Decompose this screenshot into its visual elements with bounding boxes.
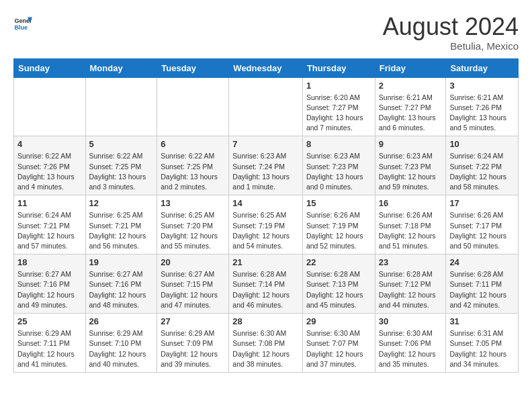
location-subtitle: Betulia, Mexico — [383, 40, 519, 52]
day-info: Sunrise: 6:21 AM Sunset: 7:26 PM Dayligh… — [449, 93, 515, 134]
day-info: Sunrise: 6:28 AM Sunset: 7:13 PM Dayligh… — [306, 269, 371, 310]
month-year-title: August 2024 — [383, 13, 519, 40]
calendar-cell: 20Sunrise: 6:27 AM Sunset: 7:15 PM Dayli… — [157, 255, 229, 314]
calendar-week-row: 25Sunrise: 6:29 AM Sunset: 7:11 PM Dayli… — [14, 314, 519, 373]
day-info: Sunrise: 6:23 AM Sunset: 7:23 PM Dayligh… — [379, 151, 443, 192]
calendar-cell: 6Sunrise: 6:22 AM Sunset: 7:25 PM Daylig… — [157, 136, 229, 195]
day-number: 5 — [89, 139, 154, 149]
day-number: 15 — [306, 198, 371, 208]
day-number: 20 — [161, 257, 225, 267]
day-info: Sunrise: 6:30 AM Sunset: 7:07 PM Dayligh… — [306, 328, 371, 369]
day-of-week-header: Friday — [375, 58, 446, 77]
day-of-week-header: Wednesday — [229, 58, 303, 77]
day-info: Sunrise: 6:27 AM Sunset: 7:15 PM Dayligh… — [161, 269, 225, 310]
logo-icon: General Blue — [13, 13, 32, 32]
calendar-body: 1Sunrise: 6:20 AM Sunset: 7:27 PM Daylig… — [14, 77, 519, 372]
calendar-cell: 1Sunrise: 6:20 AM Sunset: 7:27 PM Daylig… — [302, 77, 375, 136]
day-number: 3 — [449, 81, 515, 91]
calendar-table: SundayMondayTuesdayWednesdayThursdayFrid… — [13, 58, 519, 373]
svg-text:Blue: Blue — [14, 24, 28, 31]
day-number: 17 — [449, 198, 515, 208]
calendar-cell: 25Sunrise: 6:29 AM Sunset: 7:11 PM Dayli… — [14, 314, 86, 373]
day-of-week-header: Tuesday — [157, 58, 229, 77]
calendar-cell: 15Sunrise: 6:26 AM Sunset: 7:19 PM Dayli… — [302, 195, 375, 255]
day-info: Sunrise: 6:24 AM Sunset: 7:21 PM Dayligh… — [17, 210, 82, 251]
day-info: Sunrise: 6:24 AM Sunset: 7:22 PM Dayligh… — [449, 151, 515, 192]
day-number: 4 — [17, 139, 82, 149]
day-number: 6 — [161, 139, 225, 149]
day-info: Sunrise: 6:22 AM Sunset: 7:25 PM Dayligh… — [161, 151, 225, 192]
day-number: 11 — [17, 198, 82, 208]
day-info: Sunrise: 6:28 AM Sunset: 7:12 PM Dayligh… — [379, 269, 443, 310]
calendar-cell: 27Sunrise: 6:29 AM Sunset: 7:09 PM Dayli… — [157, 314, 229, 373]
day-number: 2 — [379, 81, 443, 91]
calendar-cell: 14Sunrise: 6:25 AM Sunset: 7:19 PM Dayli… — [229, 195, 303, 255]
day-info: Sunrise: 6:26 AM Sunset: 7:18 PM Dayligh… — [379, 210, 443, 251]
calendar-cell: 29Sunrise: 6:30 AM Sunset: 7:07 PM Dayli… — [302, 314, 375, 373]
day-info: Sunrise: 6:27 AM Sunset: 7:16 PM Dayligh… — [89, 269, 154, 310]
calendar-cell: 7Sunrise: 6:23 AM Sunset: 7:24 PM Daylig… — [229, 136, 303, 195]
day-info: Sunrise: 6:25 AM Sunset: 7:21 PM Dayligh… — [89, 210, 154, 251]
day-info: Sunrise: 6:20 AM Sunset: 7:27 PM Dayligh… — [306, 93, 371, 134]
calendar-cell: 4Sunrise: 6:22 AM Sunset: 7:26 PM Daylig… — [14, 136, 86, 195]
calendar-cell: 9Sunrise: 6:23 AM Sunset: 7:23 PM Daylig… — [375, 136, 446, 195]
day-of-week-header: Monday — [85, 58, 157, 77]
day-info: Sunrise: 6:29 AM Sunset: 7:10 PM Dayligh… — [89, 328, 154, 369]
calendar-cell: 16Sunrise: 6:26 AM Sunset: 7:18 PM Dayli… — [375, 195, 446, 255]
day-info: Sunrise: 6:29 AM Sunset: 7:11 PM Dayligh… — [17, 328, 82, 369]
day-info: Sunrise: 6:23 AM Sunset: 7:24 PM Dayligh… — [232, 151, 299, 192]
calendar-cell: 2Sunrise: 6:21 AM Sunset: 7:27 PM Daylig… — [375, 77, 446, 136]
calendar-cell: 30Sunrise: 6:30 AM Sunset: 7:06 PM Dayli… — [375, 314, 446, 373]
calendar-cell: 24Sunrise: 6:28 AM Sunset: 7:11 PM Dayli… — [446, 255, 519, 314]
day-of-week-header: Thursday — [302, 58, 375, 77]
day-number: 9 — [379, 139, 443, 149]
page-header: General Blue August 2024 Betulia, Mexico — [13, 13, 519, 52]
day-number: 29 — [306, 316, 371, 326]
day-number: 21 — [232, 257, 299, 267]
day-number: 13 — [161, 198, 225, 208]
day-number: 8 — [306, 139, 371, 149]
day-info: Sunrise: 6:22 AM Sunset: 7:26 PM Dayligh… — [17, 151, 82, 192]
day-info: Sunrise: 6:28 AM Sunset: 7:11 PM Dayligh… — [449, 269, 515, 310]
calendar-cell — [229, 77, 303, 136]
day-info: Sunrise: 6:25 AM Sunset: 7:19 PM Dayligh… — [232, 210, 299, 251]
day-number: 26 — [89, 316, 154, 326]
day-number: 30 — [379, 316, 443, 326]
calendar-cell: 23Sunrise: 6:28 AM Sunset: 7:12 PM Dayli… — [375, 255, 446, 314]
day-number: 25 — [17, 316, 82, 326]
day-info: Sunrise: 6:29 AM Sunset: 7:09 PM Dayligh… — [161, 328, 225, 369]
calendar-cell: 11Sunrise: 6:24 AM Sunset: 7:21 PM Dayli… — [14, 195, 86, 255]
day-info: Sunrise: 6:26 AM Sunset: 7:17 PM Dayligh… — [449, 210, 515, 251]
calendar-week-row: 11Sunrise: 6:24 AM Sunset: 7:21 PM Dayli… — [14, 195, 519, 255]
day-number: 23 — [379, 257, 443, 267]
calendar-cell: 28Sunrise: 6:30 AM Sunset: 7:08 PM Dayli… — [229, 314, 303, 373]
day-info: Sunrise: 6:30 AM Sunset: 7:06 PM Dayligh… — [379, 328, 443, 369]
day-info: Sunrise: 6:30 AM Sunset: 7:08 PM Dayligh… — [232, 328, 299, 369]
calendar-cell: 3Sunrise: 6:21 AM Sunset: 7:26 PM Daylig… — [446, 77, 519, 136]
calendar-week-row: 1Sunrise: 6:20 AM Sunset: 7:27 PM Daylig… — [14, 77, 519, 136]
day-info: Sunrise: 6:28 AM Sunset: 7:14 PM Dayligh… — [232, 269, 299, 310]
calendar-cell: 26Sunrise: 6:29 AM Sunset: 7:10 PM Dayli… — [85, 314, 157, 373]
day-number: 12 — [89, 198, 154, 208]
calendar-cell — [85, 77, 157, 136]
day-number: 28 — [232, 316, 299, 326]
day-of-week-header: Sunday — [14, 58, 86, 77]
calendar-week-row: 18Sunrise: 6:27 AM Sunset: 7:16 PM Dayli… — [14, 255, 519, 314]
day-number: 27 — [161, 316, 225, 326]
day-number: 18 — [17, 257, 82, 267]
calendar-cell: 31Sunrise: 6:31 AM Sunset: 7:05 PM Dayli… — [446, 314, 519, 373]
calendar-cell: 12Sunrise: 6:25 AM Sunset: 7:21 PM Dayli… — [85, 195, 157, 255]
day-number: 19 — [89, 257, 154, 267]
day-number: 7 — [232, 139, 299, 149]
day-number: 1 — [306, 81, 371, 91]
day-number: 10 — [449, 139, 515, 149]
calendar-cell: 17Sunrise: 6:26 AM Sunset: 7:17 PM Dayli… — [446, 195, 519, 255]
day-info: Sunrise: 6:21 AM Sunset: 7:27 PM Dayligh… — [379, 93, 443, 134]
day-info: Sunrise: 6:31 AM Sunset: 7:05 PM Dayligh… — [449, 328, 515, 369]
day-of-week-header: Saturday — [446, 58, 519, 77]
calendar-cell: 8Sunrise: 6:23 AM Sunset: 7:23 PM Daylig… — [302, 136, 375, 195]
calendar-cell: 21Sunrise: 6:28 AM Sunset: 7:14 PM Dayli… — [229, 255, 303, 314]
calendar-header-row: SundayMondayTuesdayWednesdayThursdayFrid… — [14, 58, 519, 77]
day-number: 14 — [232, 198, 299, 208]
calendar-cell: 5Sunrise: 6:22 AM Sunset: 7:25 PM Daylig… — [85, 136, 157, 195]
